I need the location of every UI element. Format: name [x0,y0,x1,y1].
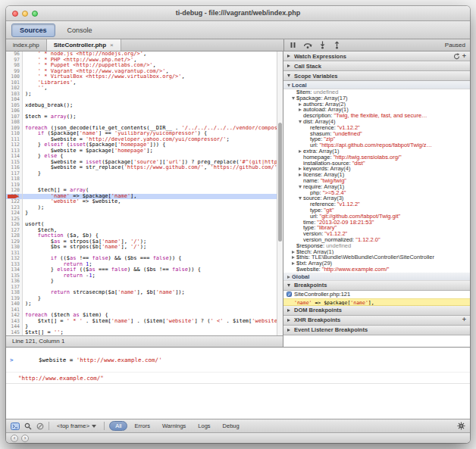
variable-name: $response [296,243,323,249]
scope-variable-row[interactable]: license: Array(1) [283,172,470,178]
forward-button[interactable]: › [21,435,29,442]
close-tab-icon[interactable]: × [110,42,114,48]
breakpoint-checkbox[interactable]: ✓ [287,292,292,297]
filter-warnings[interactable]: Warnings [157,422,191,430]
variable-value: undefined [314,89,339,95]
scope-variable-row[interactable]: require: Array(1) [283,184,470,190]
line-number-gutter[interactable]: 145 [6,330,23,336]
disclosure-triangle-icon[interactable] [299,186,302,189]
panel-button-sources[interactable]: Sources [11,23,55,37]
disclosure-triangle-icon[interactable] [299,150,302,153]
disclosure-triangle-icon[interactable] [299,197,302,200]
code-line: 131 [6,251,277,257]
settings-gear-icon[interactable] [457,422,465,430]
clear-console-icon[interactable] [36,422,44,430]
scope-variable-row[interactable]: extra: Array(1) [283,148,470,154]
disclosure-triangle-icon[interactable] [299,120,302,123]
section-xhr-breakpoints[interactable]: XHR Breakpoints + [283,316,470,326]
scope-variable-row[interactable]: keywords: Array(4) [283,166,470,172]
step-out-icon[interactable] [333,41,341,49]
scope-section-global[interactable]: Global [283,273,470,281]
scope-variable-row[interactable]: source: Array(3) [283,195,470,201]
back-button[interactable]: ‹ [11,435,18,442]
filter-debug[interactable]: Debug [218,422,245,430]
section-breakpoints[interactable]: Breakpoints [283,281,470,291]
disclosure-triangle-icon[interactable] [292,256,295,259]
variable-value: ">=5.2.4" [323,190,346,196]
section-event-listener-breakpoints[interactable]: Event Listener Breakpoints [283,326,470,335]
pause-resume-icon[interactable] [289,41,297,49]
disclosure-triangle-icon[interactable] [299,103,302,106]
code-text: $website = isset($package['source']['url… [23,160,277,166]
filter-logs[interactable]: Logs [193,422,215,430]
scope-variable-row[interactable]: $this: TLE\Bundle\WebBundle\Controller\S… [283,254,470,260]
scope-variable-row[interactable]: autoload: Array(1) [283,107,470,113]
scrollbar-thumb[interactable] [278,123,282,242]
scope-variable-row[interactable]: $txt: Array(29) [283,260,470,267]
variable-name: $txt [296,260,305,267]
disclosure-triangle-icon[interactable] [292,262,295,265]
code-line: 141 [6,307,277,313]
zoom-window-button[interactable] [32,11,38,17]
scope-variable-row: $website: "http://www.example.com/" [283,267,470,273]
variable-value: TLE\Bundle\WebBundle\Controller\SiteCont… [312,254,434,260]
code-line: 129 $as = strpos($a['name'], '/'); [6,239,277,245]
code-text: $website = str_replace('https://www.gith… [23,165,277,171]
code-text: return 1; [23,262,92,268]
code-editor[interactable]: 96 ' * node.js <http://nodejs.org/>',97 … [6,51,277,335]
variable-value: "v1.12.2" [337,125,360,131]
search-icon[interactable] [24,422,32,430]
section-dom-breakpoints[interactable]: DOM Breakpoints [283,306,470,316]
scope-variable-row[interactable]: authors: Array(2) [283,101,470,108]
scope-variable-row: url: "https://api.github.com/repos/fabpo… [283,142,470,148]
step-into-icon[interactable] [318,41,327,49]
code-text: return strcasecmp($a['name'], $b['name']… [23,290,185,296]
panel-button-console[interactable]: Console [59,23,101,37]
titlebar[interactable]: ti-debug - file:///vagrant/web/index.php [6,6,470,21]
scope-variable-row[interactable]: $package: Array(17) [283,95,470,101]
filter-errors[interactable]: Errors [129,422,155,430]
frame-selector-dropdown[interactable]: <top frame> [54,422,99,430]
disclosure-triangle-icon[interactable] [299,173,302,176]
section-scope-variables[interactable]: Scope Variables [283,71,470,81]
code-text: $website = 'http://developer.yahoo.com/y… [23,137,230,143]
breakpoint-code-preview[interactable]: 'name' => $package['name'], [283,298,470,306]
code-line: 127 $tech, [6,228,277,234]
variable-value: "git://github.com/fabpot/Twig.git" [320,214,401,220]
add-watch-icon[interactable]: + [462,53,466,60]
scope-variable-row: description: "Twig, the flexible, fast, … [283,113,470,119]
step-over-icon[interactable] [303,41,312,49]
minimize-window-button[interactable] [22,11,28,17]
disclosure-triangle-icon[interactable] [292,251,295,254]
breakpoint-entry[interactable]: ✓ SiteController.php:121 [283,291,470,298]
variable-name: homepage [303,154,330,161]
variable-name: $website [296,267,319,273]
variable-name: $this [296,254,308,260]
filter-all[interactable]: All [109,421,127,431]
variable-name: installation-source [303,161,349,167]
scope-variable-row[interactable]: $tech: Array(1) [283,249,470,255]
disclosure-triangle-icon[interactable] [299,108,302,111]
console-result-row: "http://www.example.com/" [6,373,470,384]
section-call-stack[interactable]: Call Stack [283,61,470,71]
code-text: return -1; [23,273,96,279]
disclosure-triangle-icon[interactable] [292,97,295,100]
close-window-button[interactable] [12,11,18,17]
console-command-row: >$website = 'http://www.example.com/' [6,348,470,373]
section-watch-expressions[interactable]: Watch Expressions + [283,51,470,61]
scope-section-local[interactable]: Local [283,81,470,89]
tab-sitecontroller-php[interactable]: SiteController.php× [47,39,121,51]
code-line: 137 [6,285,277,291]
disclosure-triangle-icon[interactable] [299,167,302,170]
code-text: } [23,324,28,330]
tab-index-php[interactable]: index.php [6,39,47,51]
refresh-watch-icon[interactable] [453,53,460,60]
console-drawer[interactable]: >$website = 'http://www.example.com/' "h… [6,347,470,419]
code-text [23,176,25,182]
variable-name: authors [303,101,322,108]
scope-variable-row[interactable]: dist: Array(4) [283,119,470,125]
add-xhr-breakpoint-icon[interactable]: + [462,316,466,323]
code-line: 117 } [6,171,277,177]
console-toggle-icon[interactable] [11,422,20,430]
editor-scrollbar[interactable] [277,51,283,335]
